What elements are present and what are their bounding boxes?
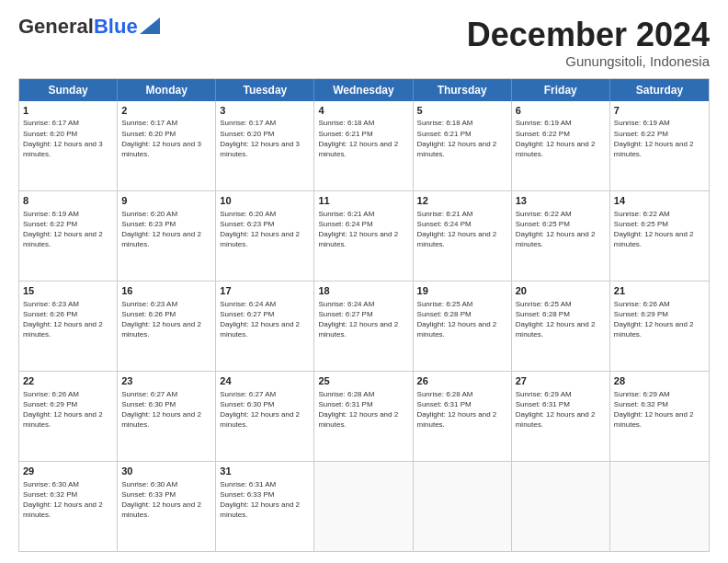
cell-dec-1: 1 Sunrise: 6:17 AMSunset: 6:20 PMDayligh… — [19, 101, 118, 190]
cell-dec-9: 9 Sunrise: 6:20 AMSunset: 6:23 PMDayligh… — [118, 191, 216, 281]
logo-blue: Blue — [94, 15, 138, 38]
cell-dec-24: 24 Sunrise: 6:27 AMSunset: 6:30 PMDaylig… — [216, 372, 314, 461]
logo-general: General — [18, 15, 94, 38]
logo: GeneralBlue — [18, 17, 160, 37]
week-row-4: 22 Sunrise: 6:26 AMSunset: 6:29 PMDaylig… — [19, 371, 709, 461]
cell-dec-30: 30 Sunrise: 6:30 AMSunset: 6:33 PMDaylig… — [118, 462, 216, 551]
cell-dec-17: 17 Sunrise: 6:24 AMSunset: 6:27 PMDaylig… — [216, 282, 314, 371]
cell-dec-22: 22 Sunrise: 6:26 AMSunset: 6:29 PMDaylig… — [19, 372, 118, 461]
calendar-header: Sunday Monday Tuesday Wednesday Thursday… — [19, 79, 709, 101]
cell-dec-21: 21 Sunrise: 6:26 AMSunset: 6:29 PMDaylig… — [610, 282, 709, 371]
logo-arrow-icon — [140, 17, 160, 34]
svg-marker-0 — [140, 17, 160, 34]
cell-empty-2 — [414, 462, 512, 551]
cell-dec-18: 18 Sunrise: 6:24 AMSunset: 6:27 PMDaylig… — [314, 282, 413, 371]
cell-dec-26: 26 Sunrise: 6:28 AMSunset: 6:31 PMDaylig… — [414, 372, 512, 461]
cell-dec-20: 20 Sunrise: 6:25 AMSunset: 6:28 PMDaylig… — [512, 282, 610, 371]
calendar: Sunday Monday Tuesday Wednesday Thursday… — [18, 78, 710, 552]
cell-dec-28: 28 Sunrise: 6:29 AMSunset: 6:32 PMDaylig… — [610, 372, 709, 461]
cell-dec-4: 4 Sunrise: 6:18 AMSunset: 6:21 PMDayligh… — [314, 101, 413, 190]
cell-dec-8: 8 Sunrise: 6:19 AMSunset: 6:22 PMDayligh… — [19, 191, 118, 281]
calendar-body: 1 Sunrise: 6:17 AMSunset: 6:20 PMDayligh… — [19, 101, 709, 551]
week-row-1: 1 Sunrise: 6:17 AMSunset: 6:20 PMDayligh… — [19, 101, 709, 190]
header-saturday: Saturday — [610, 79, 709, 101]
cell-dec-12: 12 Sunrise: 6:21 AMSunset: 6:24 PMDaylig… — [414, 191, 512, 281]
cell-dec-29: 29 Sunrise: 6:30 AMSunset: 6:32 PMDaylig… — [19, 462, 118, 551]
header-thursday: Thursday — [414, 79, 512, 101]
cell-empty-1 — [314, 462, 413, 551]
cell-dec-15: 15 Sunrise: 6:23 AMSunset: 6:26 PMDaylig… — [19, 282, 118, 371]
cell-dec-6: 6 Sunrise: 6:19 AMSunset: 6:22 PMDayligh… — [512, 101, 610, 190]
cell-dec-25: 25 Sunrise: 6:28 AMSunset: 6:31 PMDaylig… — [314, 372, 413, 461]
header-monday: Monday — [118, 79, 216, 101]
month-title: December 2024 — [467, 17, 710, 53]
cell-dec-5: 5 Sunrise: 6:18 AMSunset: 6:21 PMDayligh… — [414, 101, 512, 190]
cell-dec-31: 31 Sunrise: 6:31 AMSunset: 6:33 PMDaylig… — [216, 462, 314, 551]
week-row-2: 8 Sunrise: 6:19 AMSunset: 6:22 PMDayligh… — [19, 190, 709, 281]
header-wednesday: Wednesday — [314, 79, 413, 101]
header-friday: Friday — [512, 79, 610, 101]
cell-empty-4 — [610, 462, 709, 551]
page: GeneralBlue December 2024 Gunungsitoli, … — [0, 0, 728, 563]
cell-dec-10: 10 Sunrise: 6:20 AMSunset: 6:23 PMDaylig… — [216, 191, 314, 281]
cell-dec-3: 3 Sunrise: 6:17 AMSunset: 6:20 PMDayligh… — [216, 101, 314, 190]
cell-dec-14: 14 Sunrise: 6:22 AMSunset: 6:25 PMDaylig… — [610, 191, 709, 281]
title-block: December 2024 Gunungsitoli, Indonesia — [467, 17, 710, 69]
logo-text: GeneralBlue — [18, 17, 138, 37]
header: GeneralBlue December 2024 Gunungsitoli, … — [18, 17, 710, 69]
cell-dec-23: 23 Sunrise: 6:27 AMSunset: 6:30 PMDaylig… — [118, 372, 216, 461]
location: Gunungsitoli, Indonesia — [467, 53, 710, 69]
cell-dec-19: 19 Sunrise: 6:25 AMSunset: 6:28 PMDaylig… — [414, 282, 512, 371]
cell-dec-16: 16 Sunrise: 6:23 AMSunset: 6:26 PMDaylig… — [118, 282, 216, 371]
cell-dec-7: 7 Sunrise: 6:19 AMSunset: 6:22 PMDayligh… — [610, 101, 709, 190]
cell-dec-27: 27 Sunrise: 6:29 AMSunset: 6:31 PMDaylig… — [512, 372, 610, 461]
week-row-5: 29 Sunrise: 6:30 AMSunset: 6:32 PMDaylig… — [19, 461, 709, 551]
cell-dec-11: 11 Sunrise: 6:21 AMSunset: 6:24 PMDaylig… — [314, 191, 413, 281]
week-row-3: 15 Sunrise: 6:23 AMSunset: 6:26 PMDaylig… — [19, 281, 709, 371]
cell-dec-13: 13 Sunrise: 6:22 AMSunset: 6:25 PMDaylig… — [512, 191, 610, 281]
cell-empty-3 — [512, 462, 610, 551]
cell-dec-2: 2 Sunrise: 6:17 AMSunset: 6:20 PMDayligh… — [118, 101, 216, 190]
header-sunday: Sunday — [19, 79, 118, 101]
header-tuesday: Tuesday — [216, 79, 314, 101]
